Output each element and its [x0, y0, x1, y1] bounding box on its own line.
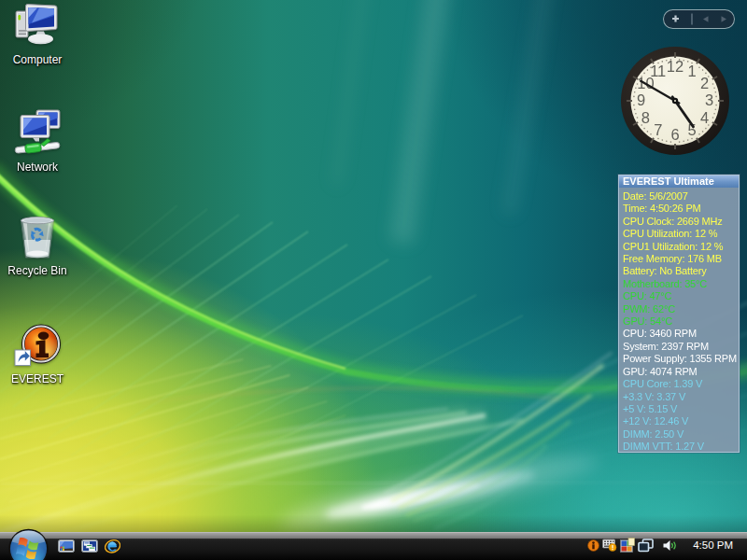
svg-text:8: 8	[641, 109, 650, 126]
svg-text:1: 1	[688, 63, 697, 79]
svg-text:3: 3	[705, 91, 713, 108]
svg-text:9: 9	[637, 91, 645, 108]
svg-text:6: 6	[670, 126, 679, 143]
svg-text:12: 12	[667, 58, 684, 75]
svg-text:7: 7	[654, 121, 662, 138]
svg-text:11: 11	[650, 63, 666, 79]
svg-text:2: 2	[700, 75, 709, 91]
svg-text:4: 4	[700, 109, 709, 126]
